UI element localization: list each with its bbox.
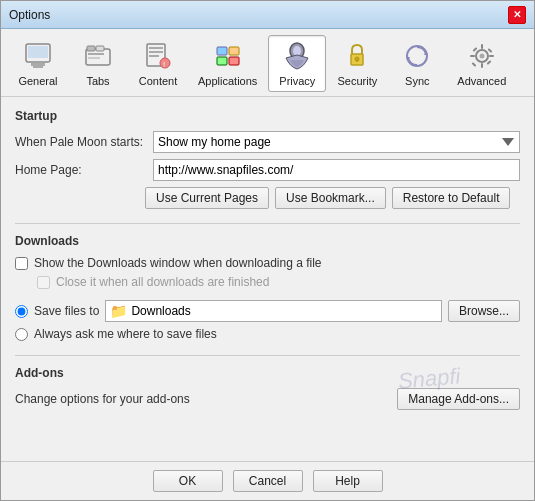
svg-rect-30 [481, 63, 483, 68]
svg-rect-3 [33, 66, 43, 68]
svg-rect-7 [88, 53, 104, 55]
svg-rect-33 [472, 47, 477, 52]
svg-rect-5 [87, 46, 95, 51]
sync-icon [401, 40, 433, 72]
content-icon: ! [142, 40, 174, 72]
use-current-pages-button[interactable]: Use Current Pages [145, 187, 269, 209]
tab-security-label: Security [337, 75, 377, 87]
svg-rect-10 [149, 47, 163, 49]
addons-description: Change options for your add-ons [15, 392, 190, 406]
startup-row: When Pale Moon starts: Show my home page [15, 131, 520, 153]
svg-rect-11 [149, 51, 163, 53]
startup-section: Startup When Pale Moon starts: Show my h… [15, 109, 520, 209]
startup-buttons: Use Current Pages Use Bookmark... Restor… [15, 187, 520, 209]
addons-section: Add-ons Change options for your add-ons … [15, 366, 520, 410]
svg-rect-36 [487, 48, 492, 53]
svg-rect-23 [356, 59, 358, 62]
when-label: When Pale Moon starts: [15, 135, 145, 149]
cancel-button[interactable]: Cancel [233, 470, 303, 492]
applications-icon [212, 40, 244, 72]
advanced-icon [466, 40, 498, 72]
divider-1 [15, 223, 520, 224]
svg-rect-1 [28, 46, 48, 58]
svg-text:!: ! [163, 60, 165, 69]
tab-content[interactable]: ! Content [129, 35, 187, 92]
save-files-label: Save files to [34, 304, 99, 318]
show-downloads-label: Show the Downloads window when downloadi… [34, 256, 322, 270]
svg-rect-15 [217, 47, 227, 55]
tab-sync-label: Sync [405, 75, 429, 87]
homepage-label: Home Page: [15, 163, 145, 177]
svg-rect-2 [31, 63, 45, 66]
restore-default-button[interactable]: Restore to Default [392, 187, 511, 209]
help-button[interactable]: Help [313, 470, 383, 492]
svg-rect-12 [149, 55, 159, 57]
addons-title: Add-ons [15, 366, 520, 380]
downloads-title: Downloads [15, 234, 520, 248]
tab-general[interactable]: General [9, 35, 67, 92]
show-downloads-checkbox[interactable] [15, 257, 28, 270]
tab-applications[interactable]: Applications [189, 35, 266, 92]
save-path-text: Downloads [131, 304, 190, 318]
close-when-row: Close it when all downloads are finished [15, 275, 520, 289]
privacy-icon [281, 40, 313, 72]
svg-rect-32 [489, 55, 494, 57]
addons-row: Change options for your add-ons Snapfi M… [15, 388, 520, 410]
svg-rect-31 [470, 55, 475, 57]
save-path-box: 📁 Downloads [105, 300, 442, 322]
tab-tabs-label: Tabs [86, 75, 109, 87]
always-ask-row: Always ask me where to save files [15, 327, 520, 341]
tab-content-label: Content [139, 75, 178, 87]
svg-rect-29 [481, 44, 483, 49]
manage-addons-button[interactable]: Manage Add-ons... [397, 388, 520, 410]
tab-advanced-label: Advanced [457, 75, 506, 87]
tab-privacy-label: Privacy [279, 75, 315, 87]
toolbar: General Tabs [1, 29, 534, 97]
tab-advanced[interactable]: Advanced [448, 35, 515, 92]
ok-button[interactable]: OK [153, 470, 223, 492]
save-files-radio[interactable] [15, 305, 28, 318]
svg-rect-35 [471, 62, 476, 67]
security-icon [341, 40, 373, 72]
svg-rect-16 [229, 47, 239, 55]
downloads-section: Downloads Show the Downloads window when… [15, 234, 520, 341]
title-bar: Options ✕ [1, 1, 534, 29]
startup-select[interactable]: Show my home page [153, 131, 520, 153]
svg-rect-18 [229, 57, 239, 65]
close-button[interactable]: ✕ [508, 6, 526, 24]
homepage-row: Home Page: [15, 159, 520, 181]
footer: OK Cancel Help [1, 461, 534, 500]
close-when-label: Close it when all downloads are finished [56, 275, 269, 289]
svg-rect-8 [88, 57, 100, 59]
options-window: Options ✕ General [0, 0, 535, 501]
close-when-checkbox[interactable] [37, 276, 50, 289]
window-title: Options [9, 8, 50, 22]
startup-title: Startup [15, 109, 520, 123]
save-files-row: Save files to 📁 Downloads Browse... [15, 300, 520, 322]
browse-button[interactable]: Browse... [448, 300, 520, 322]
svg-point-28 [479, 54, 484, 59]
content-area: Startup When Pale Moon starts: Show my h… [1, 97, 534, 461]
svg-rect-6 [96, 46, 104, 51]
folder-icon: 📁 [110, 303, 127, 319]
tab-privacy[interactable]: Privacy [268, 35, 326, 92]
always-ask-radio[interactable] [15, 328, 28, 341]
always-ask-label: Always ask me where to save files [34, 327, 217, 341]
general-icon [22, 40, 54, 72]
tab-applications-label: Applications [198, 75, 257, 87]
tab-tabs[interactable]: Tabs [69, 35, 127, 92]
tab-security[interactable]: Security [328, 35, 386, 92]
homepage-input[interactable] [153, 159, 520, 181]
use-bookmark-button[interactable]: Use Bookmark... [275, 187, 386, 209]
tab-general-label: General [18, 75, 57, 87]
tab-sync[interactable]: Sync [388, 35, 446, 92]
divider-2 [15, 355, 520, 356]
show-downloads-row: Show the Downloads window when downloadi… [15, 256, 520, 270]
svg-rect-17 [217, 57, 227, 65]
svg-rect-34 [486, 60, 491, 65]
tabs-icon [82, 40, 114, 72]
